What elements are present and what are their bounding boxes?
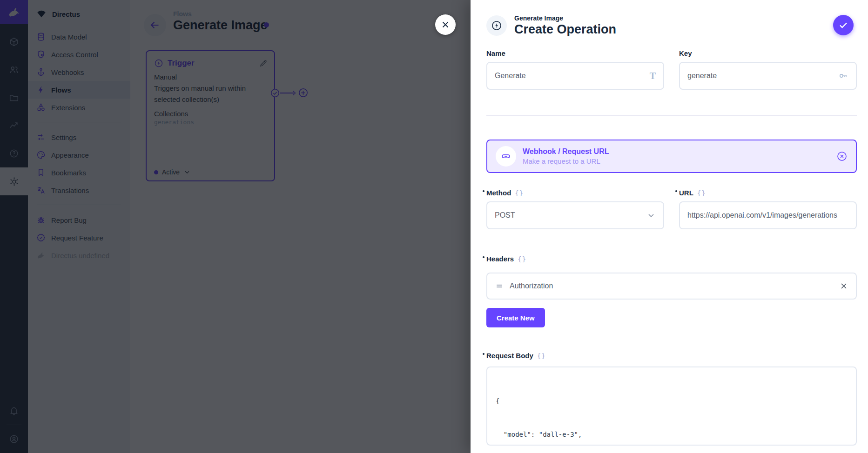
url-field-label: URL {}	[679, 189, 857, 197]
code-line: "model": "dall-e-3",	[496, 429, 848, 440]
url-label-text: URL	[679, 189, 693, 197]
header-key-value: Authorization	[510, 282, 553, 290]
key-value: generate	[687, 72, 717, 80]
name-field-label: Name	[486, 49, 664, 57]
header-row-authorization[interactable]: Authorization	[486, 273, 857, 300]
text-type-icon: T	[650, 71, 656, 81]
drawer-dim-overlay[interactable]	[0, 0, 471, 453]
name-value: Generate	[495, 72, 526, 80]
code-line: {	[496, 395, 848, 406]
close-drawer-button[interactable]	[435, 14, 456, 35]
method-value: POST	[495, 211, 515, 220]
key-field-label: Key	[679, 49, 857, 57]
required-dot	[483, 353, 484, 355]
raw-value-toggle-icon[interactable]: {}	[518, 255, 526, 263]
remove-header-button[interactable]	[839, 281, 848, 291]
url-input[interactable]: https://api.openai.com/v1/images/generat…	[679, 201, 857, 229]
drag-handle-icon[interactable]	[495, 281, 504, 291]
raw-value-toggle-icon[interactable]: {}	[537, 352, 546, 360]
request-body-editor[interactable]: { "model": "dall-e-3", "n": 1, "size": "…	[486, 366, 857, 446]
request-body-label-text: Request Body	[486, 352, 533, 360]
method-select[interactable]: POST	[486, 201, 664, 229]
headers-label-text: Headers	[486, 255, 514, 263]
banner-subtitle: Make a request to a URL	[523, 157, 609, 165]
link-icon	[501, 151, 511, 161]
required-dot	[483, 256, 484, 258]
required-dot	[675, 190, 677, 192]
create-new-header-button[interactable]: Create New	[486, 308, 545, 327]
required-dot	[483, 190, 484, 192]
x-icon	[839, 281, 848, 291]
create-operation-drawer: Generate Image Create Operation Name Gen…	[471, 0, 868, 453]
operation-type-banner: Webhook / Request URL Make a request to …	[486, 140, 857, 173]
key-icon	[838, 71, 848, 81]
banner-title: Webhook / Request URL	[523, 147, 609, 156]
key-label-text: Key	[679, 49, 692, 57]
headers-field-label: Headers {}	[486, 255, 526, 263]
url-value: https://api.openai.com/v1/images/generat…	[687, 211, 837, 220]
link-icon-circle	[496, 146, 516, 167]
name-input[interactable]: Generate T	[486, 62, 664, 90]
chevron-down-icon	[646, 211, 656, 220]
name-label-text: Name	[486, 49, 505, 57]
raw-value-toggle-icon[interactable]: {}	[515, 189, 524, 197]
create-new-label: Create New	[497, 314, 535, 322]
request-body-field-label: Request Body {}	[486, 352, 546, 360]
deselect-operation-type-button[interactable]	[836, 151, 848, 162]
circle-x-icon	[836, 151, 848, 162]
section-divider	[486, 115, 857, 116]
raw-value-toggle-icon[interactable]: {}	[697, 189, 706, 197]
method-field-label: Method {}	[486, 189, 664, 197]
method-label-text: Method	[486, 189, 511, 197]
key-input[interactable]: generate	[679, 62, 857, 90]
close-icon	[440, 20, 451, 30]
